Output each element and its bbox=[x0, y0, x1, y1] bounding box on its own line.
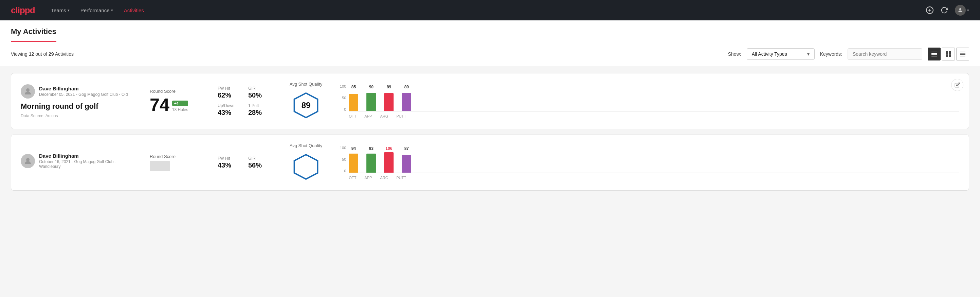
nav-activities-label: Activities bbox=[124, 8, 144, 13]
stat-fw-hit-value-2: 43% bbox=[218, 161, 242, 169]
avatar-chevron-icon: ▾ bbox=[967, 8, 969, 13]
bar-ott-wrap bbox=[349, 91, 358, 111]
bar-group-ott-2: 94 bbox=[349, 146, 358, 172]
bar-app-value: 90 bbox=[369, 85, 374, 89]
bar-arg-wrap-2 bbox=[384, 152, 394, 172]
grid-view-button[interactable] bbox=[942, 48, 955, 61]
bar-x-app-2: APP bbox=[364, 176, 372, 180]
y-label-100-2: 100 bbox=[340, 146, 346, 150]
bar-chart-section-2: 100 50 0 94 93 bbox=[340, 146, 959, 180]
bar-x-ott: OTT bbox=[349, 114, 356, 118]
bar-app-fill-2 bbox=[366, 153, 376, 172]
bar-group-app: 90 bbox=[366, 85, 376, 111]
score-row: 74 +4 18 Holes bbox=[150, 96, 204, 113]
bar-x-putt: PUTT bbox=[396, 114, 406, 118]
activity-type-dropdown[interactable]: All Activity Types ▾ bbox=[747, 48, 815, 60]
stat-fw-hit-label-2: FW Hit bbox=[218, 156, 242, 161]
hexagon-icon-2 bbox=[293, 153, 320, 180]
add-button[interactable] bbox=[926, 6, 934, 14]
nav-teams[interactable]: Teams ▾ bbox=[51, 5, 70, 16]
svg-point-18 bbox=[26, 158, 30, 161]
round-score-label-2: Round Score bbox=[150, 154, 204, 159]
score-placeholder bbox=[150, 161, 170, 171]
card-left: Dave Billingham December 05, 2021 - Gog … bbox=[21, 84, 136, 118]
shot-quality-section-2: Avg Shot Quality bbox=[286, 143, 326, 182]
bar-chart-section: 100 50 0 85 bbox=[340, 84, 959, 118]
stat-updown-value: 43% bbox=[218, 109, 242, 117]
viewing-total: 29 bbox=[49, 51, 54, 57]
bar-putt-value-2: 87 bbox=[404, 146, 409, 151]
activity-title: Morning round of golf bbox=[21, 102, 136, 111]
avg-shot-quality-label: Avg Shot Quality bbox=[290, 81, 323, 87]
page-title: My Activities bbox=[11, 21, 56, 42]
search-input[interactable] bbox=[848, 48, 922, 60]
bar-group-app-2: 93 bbox=[366, 146, 376, 172]
stat-gir-value: 50% bbox=[248, 91, 272, 99]
compact-view-button[interactable] bbox=[956, 48, 969, 61]
nav-activities[interactable]: Activities bbox=[124, 5, 144, 16]
stat-fw-hit: FW Hit 62% bbox=[218, 86, 242, 99]
user-row-2: Dave Billingham October 16, 2021 - Gog M… bbox=[21, 153, 136, 169]
page-header: My Activities bbox=[0, 21, 980, 42]
refresh-button[interactable] bbox=[940, 6, 948, 14]
stat-gir-2: GIR 56% bbox=[248, 156, 272, 169]
stat-updown-label: Up/Down bbox=[218, 103, 242, 108]
shot-quality-section: Avg Shot Quality 89 bbox=[286, 81, 326, 121]
bar-putt-wrap bbox=[402, 91, 411, 111]
bar-ott-value-2: 94 bbox=[352, 146, 356, 151]
y-label-100: 100 bbox=[340, 84, 346, 88]
bar-ott-value: 85 bbox=[352, 85, 356, 89]
logo: clippd bbox=[11, 5, 35, 16]
round-score-value: 74 bbox=[150, 96, 169, 113]
bar-arg-fill bbox=[384, 93, 394, 111]
bar-x-arg: ARG bbox=[380, 114, 388, 118]
stat-fw-hit-value: 62% bbox=[218, 91, 242, 99]
stat-fw-hit-2: FW Hit 43% bbox=[218, 156, 242, 169]
bar-ott-fill bbox=[349, 94, 358, 111]
stat-updown: Up/Down 43% bbox=[218, 103, 242, 117]
avatar bbox=[955, 5, 966, 16]
nav-performance[interactable]: Performance ▾ bbox=[81, 5, 113, 16]
stat-gir-label: GIR bbox=[248, 86, 272, 91]
viewing-count: 12 bbox=[29, 51, 34, 57]
bar-x-arg-2: ARG bbox=[380, 176, 388, 180]
bar-x-ott-2: OTT bbox=[349, 176, 356, 180]
user-avatar-button[interactable]: ▾ bbox=[955, 5, 969, 16]
stat-1putt: 1 Putt 28% bbox=[248, 103, 272, 117]
edit-button[interactable] bbox=[951, 79, 963, 91]
bar-group-ott: 85 bbox=[349, 85, 358, 111]
stat-gir-value-2: 56% bbox=[248, 161, 272, 169]
viewing-count-text: Viewing 12 out of 29 Activities bbox=[11, 51, 722, 57]
user-info-2: Dave Billingham October 16, 2021 - Gog M… bbox=[39, 153, 136, 169]
hex-score: 89 bbox=[302, 101, 311, 110]
bar-x-putt-2: PUTT bbox=[396, 176, 406, 180]
hexagon-container: 89 bbox=[291, 90, 321, 121]
nav-performance-label: Performance bbox=[81, 8, 110, 13]
viewing-prefix: Viewing bbox=[11, 51, 29, 57]
view-toggle-group bbox=[928, 48, 969, 61]
bar-app-fill bbox=[366, 93, 376, 111]
navbar-right: ▾ bbox=[926, 5, 969, 16]
bar-group-arg-2: 106 bbox=[384, 146, 394, 172]
user-info: Dave Billingham December 05, 2021 - Gog … bbox=[39, 86, 128, 97]
bar-app-value-2: 93 bbox=[369, 146, 374, 151]
y-label-0: 0 bbox=[344, 107, 346, 112]
stat-gir: GIR 50% bbox=[248, 86, 272, 99]
bar-arg-value-2: 106 bbox=[385, 146, 392, 151]
avg-shot-quality-label-2: Avg Shot Quality bbox=[290, 143, 323, 148]
avatar bbox=[21, 84, 35, 99]
svg-rect-15 bbox=[960, 56, 966, 56]
show-label: Show: bbox=[728, 51, 741, 57]
viewing-suffix: Activities bbox=[54, 51, 74, 57]
stats-section-2: FW Hit 43% GIR 56% bbox=[218, 156, 272, 169]
stat-1putt-value: 28% bbox=[248, 109, 272, 117]
svg-point-16 bbox=[26, 88, 30, 92]
bar-arg-fill-2 bbox=[384, 152, 394, 172]
activity-card-2: Dave Billingham October 16, 2021 - Gog M… bbox=[11, 134, 969, 191]
round-score-label: Round Score bbox=[150, 89, 204, 94]
card-left-2: Dave Billingham October 16, 2021 - Gog M… bbox=[21, 153, 136, 172]
bar-putt-fill bbox=[402, 93, 411, 111]
list-view-button[interactable] bbox=[928, 48, 940, 61]
activity-card: Dave Billingham December 05, 2021 - Gog … bbox=[11, 73, 969, 129]
svg-rect-14 bbox=[960, 54, 966, 55]
